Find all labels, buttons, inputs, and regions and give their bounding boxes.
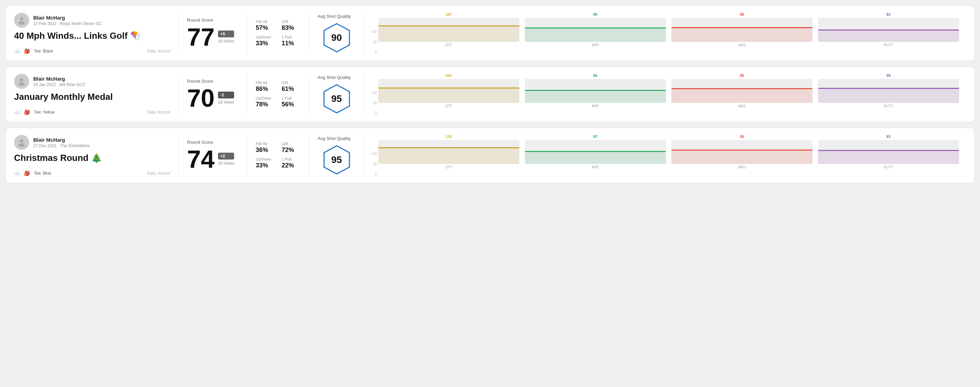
- card-footer: ☁️ 🎒 Tee: Yellow Data: Arccos: [14, 109, 170, 115]
- fw-hit-label: FW Hit: [256, 81, 275, 85]
- bar-top-line-app: [525, 90, 666, 91]
- fw-hit-stat: FW Hit 57%: [256, 19, 275, 32]
- weather-icon: ☁️: [14, 109, 20, 115]
- shot-quality-section: Avg Shot Quality 90: [309, 13, 364, 54]
- bar-value-putt: 93: [886, 135, 891, 139]
- stats-section: FW Hit 86% GIR 61% Up/Down 78% 1 Putt 56…: [248, 74, 309, 115]
- user-meta: 12 Feb 2022 · Royal North Devon GC: [33, 21, 102, 26]
- bar-wrapper-app: [525, 140, 666, 164]
- bar-axis-ott: OTT: [445, 165, 452, 169]
- footer-left: ☁️ 🎒 Tee: Yellow: [14, 109, 54, 115]
- footer-left: ☁️ 🎒 Tee: Blue: [14, 171, 51, 176]
- hexagon: 90: [321, 22, 352, 53]
- chart-y-labels: 100 50 0: [371, 152, 377, 176]
- bar-putt: 99 PUTT: [818, 73, 959, 108]
- round-title: January Monthly Medal: [14, 92, 170, 102]
- bar-top-line-ott: [378, 25, 519, 26]
- bag-icon: 🎒: [24, 109, 30, 115]
- bar-fill-app: [525, 90, 666, 103]
- quality-label: Avg Shot Quality: [318, 14, 351, 19]
- data-source: Data: Arccos: [147, 171, 170, 176]
- bar-value-ott: 107: [445, 12, 452, 16]
- bar-app: 95 APP: [525, 12, 666, 47]
- bar-wrapper-ott: [378, 18, 519, 42]
- bar-axis-putt: PUTT: [884, 43, 893, 47]
- bar-arg: 98 ARG: [671, 12, 813, 47]
- bar-wrapper-app: [525, 18, 666, 42]
- user-name: Blair McHarg: [33, 137, 89, 143]
- card-left-section: Blair McHarg 27 Dec 2021 · The Oxfordshi…: [14, 135, 179, 176]
- bar-fill-ott: [378, 147, 519, 164]
- score-row: 77 +5 18 Holes: [187, 25, 239, 49]
- user-meta: 29 Jan 2022 · Mill Ride GCC: [33, 82, 86, 87]
- bar-fill-arg: [671, 149, 813, 164]
- bar-axis-app: APP: [592, 104, 599, 108]
- svg-point-3: [20, 78, 23, 82]
- y-label-0: 0: [375, 172, 377, 176]
- score-section: Round Score 70 -2 18 Holes: [179, 74, 248, 115]
- bar-value-ott: 101: [445, 73, 452, 78]
- bag-icon: 🎒: [24, 171, 30, 176]
- user-info: Blair McHarg 27 Dec 2021 · The Oxfordshi…: [14, 135, 170, 150]
- stats-section: FW Hit 36% GIR 72% Up/Down 33% 1 Putt 22…: [248, 135, 309, 176]
- svg-point-0: [20, 17, 23, 21]
- bar-axis-putt: PUTT: [884, 104, 893, 108]
- bar-fill-app: [525, 151, 666, 164]
- bar-wrapper-arg: [671, 79, 813, 103]
- oneputt-value: 56%: [282, 101, 301, 108]
- updown-stat: Up/Down 78%: [256, 96, 275, 108]
- weather-icon: ☁️: [14, 48, 20, 54]
- bar-axis-arg: ARG: [738, 104, 746, 108]
- shot-quality-section: Avg Shot Quality 95: [309, 135, 364, 176]
- chart-row: 100 50 0 110 OTT 87: [371, 135, 959, 176]
- oneputt-label: 1 Putt: [282, 157, 301, 161]
- gir-label: GIR: [282, 19, 301, 24]
- tee-info: Tee: Blue: [34, 171, 51, 176]
- bar-ott: 107 OTT: [378, 12, 519, 47]
- stats-section: FW Hit 57% GIR 83% Up/Down 33% 1 Putt 11…: [248, 13, 309, 54]
- score-label: Round Score: [187, 17, 239, 23]
- updown-value: 33%: [256, 162, 275, 169]
- bar-value-app: 86: [593, 73, 597, 78]
- hexagon-container: 95: [321, 83, 352, 114]
- oneputt-label: 1 Putt: [282, 35, 301, 39]
- fw-hit-label: FW Hit: [256, 142, 275, 146]
- score-label: Round Score: [187, 140, 239, 145]
- bar-wrapper-ott: [378, 140, 519, 164]
- score-section: Round Score 77 +5 18 Holes: [179, 13, 248, 54]
- fw-hit-label: FW Hit: [256, 19, 275, 24]
- hexagon-container: 95: [321, 144, 352, 175]
- bar-chart: 110 OTT 87 APP 95: [378, 135, 959, 176]
- stat-grid: FW Hit 57% GIR 83% Up/Down 33% 1 Putt 11…: [256, 19, 301, 47]
- bar-chart: 101 OTT 86 APP 96: [378, 74, 959, 115]
- fw-hit-value: 36%: [256, 146, 275, 154]
- card-left-section: Blair McHarg 12 Feb 2022 · Royal North D…: [14, 13, 179, 54]
- tee-info: Tee: Yellow: [34, 110, 54, 114]
- oneputt-label: 1 Putt: [282, 96, 301, 100]
- gir-stat: GIR 83%: [282, 19, 301, 32]
- oneputt-value: 11%: [282, 40, 301, 47]
- bar-ott: 101 OTT: [378, 73, 519, 108]
- updown-label: Up/Down: [256, 35, 275, 39]
- avatar: [14, 74, 29, 89]
- chart-section: 100 50 0 101 OTT 86: [364, 74, 966, 115]
- stat-grid: FW Hit 36% GIR 72% Up/Down 33% 1 Putt 22…: [256, 142, 301, 169]
- gir-label: GIR: [282, 142, 301, 146]
- bar-fill-ott: [378, 25, 519, 42]
- updown-value: 78%: [256, 101, 275, 108]
- round-card-round2: Blair McHarg 29 Jan 2022 · Mill Ride GCC…: [5, 67, 975, 122]
- gir-value: 61%: [282, 86, 301, 93]
- chart-section: 100 50 0 107 OTT 95: [364, 13, 966, 54]
- score-row: 74 +2 18 Holes: [187, 147, 239, 171]
- bar-value-app: 87: [593, 135, 597, 139]
- card-footer: ☁️ 🎒 Tee: Black Data: Arccos: [14, 48, 170, 54]
- bar-axis-putt: PUTT: [884, 165, 893, 169]
- bar-top-line-ott: [378, 147, 519, 148]
- bar-top-line-app: [525, 27, 666, 29]
- card-left-section: Blair McHarg 29 Jan 2022 · Mill Ride GCC…: [14, 74, 179, 115]
- hexagon: 95: [321, 144, 352, 175]
- oneputt-stat: 1 Putt 56%: [282, 96, 301, 108]
- avatar: [14, 135, 29, 150]
- score-holes: 18 Holes: [218, 161, 234, 166]
- quality-label: Avg Shot Quality: [318, 136, 351, 141]
